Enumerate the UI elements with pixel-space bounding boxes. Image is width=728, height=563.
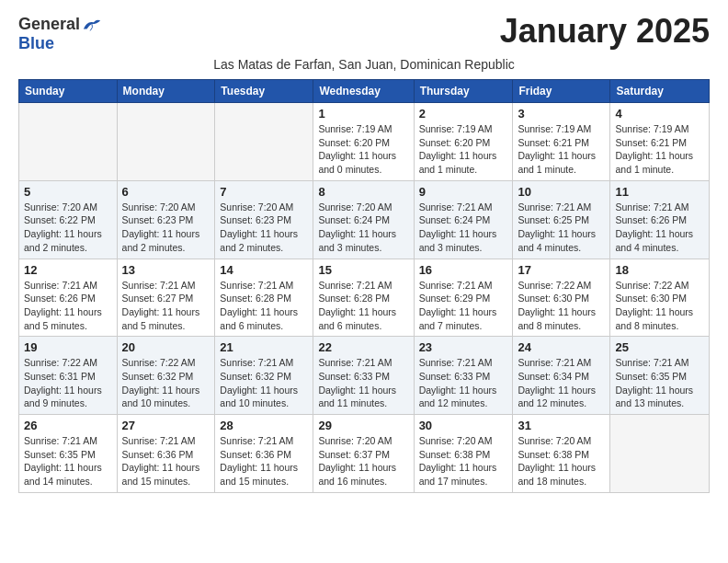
day-cell-2-0: 12Sunrise: 7:21 AM Sunset: 6:26 PM Dayli… <box>19 259 118 337</box>
day-number: 25 <box>615 340 704 354</box>
day-cell-4-3: 29Sunrise: 7:20 AM Sunset: 6:37 PM Dayli… <box>313 415 414 493</box>
day-cell-3-1: 20Sunrise: 7:22 AM Sunset: 6:32 PM Dayli… <box>117 337 215 415</box>
calendar-table: Sunday Monday Tuesday Wednesday Thursday… <box>18 79 710 493</box>
day-cell-0-1 <box>117 103 215 181</box>
day-number: 8 <box>318 185 408 199</box>
day-info: Sunrise: 7:21 AM Sunset: 6:26 PM Dayligh… <box>24 279 112 333</box>
day-number: 23 <box>419 340 508 354</box>
day-info: Sunrise: 7:20 AM Sunset: 6:38 PM Dayligh… <box>419 434 508 488</box>
day-info: Sunrise: 7:20 AM Sunset: 6:38 PM Dayligh… <box>518 434 605 488</box>
subtitle: Las Matas de Farfan, San Juan, Dominican… <box>18 57 710 72</box>
week-row-2: 5Sunrise: 7:20 AM Sunset: 6:22 PM Daylig… <box>19 180 710 259</box>
day-number: 17 <box>518 263 605 277</box>
day-cell-0-3: 1Sunrise: 7:19 AM Sunset: 6:20 PM Daylig… <box>313 103 414 181</box>
day-info: Sunrise: 7:21 AM Sunset: 6:33 PM Dayligh… <box>419 356 508 410</box>
header: General Blue January 2025 <box>18 15 710 53</box>
day-info: Sunrise: 7:21 AM Sunset: 6:33 PM Dayligh… <box>318 356 408 410</box>
day-info: Sunrise: 7:22 AM Sunset: 6:30 PM Dayligh… <box>615 279 704 333</box>
day-cell-0-5: 3Sunrise: 7:19 AM Sunset: 6:21 PM Daylig… <box>513 103 610 181</box>
day-info: Sunrise: 7:21 AM Sunset: 6:36 PM Dayligh… <box>122 434 210 488</box>
day-info: Sunrise: 7:21 AM Sunset: 6:35 PM Dayligh… <box>24 434 112 488</box>
day-cell-0-2 <box>215 103 313 181</box>
day-number: 10 <box>518 185 605 199</box>
day-cell-2-6: 18Sunrise: 7:22 AM Sunset: 6:30 PM Dayli… <box>610 259 710 337</box>
day-cell-3-3: 22Sunrise: 7:21 AM Sunset: 6:33 PM Dayli… <box>313 337 414 415</box>
day-info: Sunrise: 7:21 AM Sunset: 6:28 PM Dayligh… <box>318 279 408 333</box>
day-info: Sunrise: 7:21 AM Sunset: 6:32 PM Dayligh… <box>220 356 308 410</box>
day-number: 1 <box>318 107 408 121</box>
day-cell-3-0: 19Sunrise: 7:22 AM Sunset: 6:31 PM Dayli… <box>19 337 118 415</box>
day-number: 2 <box>419 107 508 121</box>
day-info: Sunrise: 7:21 AM Sunset: 6:25 PM Dayligh… <box>518 201 605 255</box>
day-info: Sunrise: 7:22 AM Sunset: 6:32 PM Dayligh… <box>122 356 210 410</box>
day-info: Sunrise: 7:21 AM Sunset: 6:34 PM Dayligh… <box>518 356 605 410</box>
day-number: 7 <box>220 185 308 199</box>
day-number: 22 <box>318 340 408 354</box>
day-info: Sunrise: 7:21 AM Sunset: 6:27 PM Dayligh… <box>122 279 210 333</box>
day-cell-3-2: 21Sunrise: 7:21 AM Sunset: 6:32 PM Dayli… <box>215 337 313 415</box>
day-cell-4-5: 31Sunrise: 7:20 AM Sunset: 6:38 PM Dayli… <box>513 415 610 493</box>
day-number: 14 <box>220 263 308 277</box>
day-cell-1-3: 8Sunrise: 7:20 AM Sunset: 6:24 PM Daylig… <box>313 180 414 259</box>
logo-bird-icon <box>82 17 102 33</box>
logo-general-text: General <box>18 15 80 34</box>
day-info: Sunrise: 7:21 AM Sunset: 6:29 PM Dayligh… <box>419 279 508 333</box>
day-cell-0-0 <box>19 103 118 181</box>
day-cell-4-0: 26Sunrise: 7:21 AM Sunset: 6:35 PM Dayli… <box>19 415 118 493</box>
day-number: 4 <box>615 107 704 121</box>
day-number: 29 <box>318 419 408 432</box>
day-number: 6 <box>122 185 210 199</box>
day-number: 27 <box>122 419 210 432</box>
day-info: Sunrise: 7:21 AM Sunset: 6:24 PM Dayligh… <box>419 201 508 255</box>
day-info: Sunrise: 7:19 AM Sunset: 6:21 PM Dayligh… <box>518 122 605 177</box>
day-number: 9 <box>419 185 508 199</box>
day-cell-2-3: 15Sunrise: 7:21 AM Sunset: 6:28 PM Dayli… <box>313 259 414 337</box>
day-info: Sunrise: 7:21 AM Sunset: 6:35 PM Dayligh… <box>615 356 704 410</box>
col-wednesday: Wednesday <box>313 80 414 103</box>
day-cell-1-1: 6Sunrise: 7:20 AM Sunset: 6:23 PM Daylig… <box>117 180 215 259</box>
week-row-4: 19Sunrise: 7:22 AM Sunset: 6:31 PM Dayli… <box>19 337 710 415</box>
day-number: 5 <box>24 185 112 199</box>
day-cell-1-0: 5Sunrise: 7:20 AM Sunset: 6:22 PM Daylig… <box>19 180 118 259</box>
day-number: 31 <box>518 419 605 432</box>
day-cell-0-6: 4Sunrise: 7:19 AM Sunset: 6:21 PM Daylig… <box>610 103 710 181</box>
day-cell-4-4: 30Sunrise: 7:20 AM Sunset: 6:38 PM Dayli… <box>414 415 513 493</box>
day-number: 28 <box>220 419 308 432</box>
day-cell-2-4: 16Sunrise: 7:21 AM Sunset: 6:29 PM Dayli… <box>414 259 513 337</box>
day-cell-3-5: 24Sunrise: 7:21 AM Sunset: 6:34 PM Dayli… <box>513 337 610 415</box>
day-info: Sunrise: 7:22 AM Sunset: 6:30 PM Dayligh… <box>518 279 605 333</box>
day-info: Sunrise: 7:21 AM Sunset: 6:36 PM Dayligh… <box>220 434 308 488</box>
col-saturday: Saturday <box>610 80 710 103</box>
logo-blue-text: Blue <box>18 34 54 53</box>
day-cell-3-4: 23Sunrise: 7:21 AM Sunset: 6:33 PM Dayli… <box>414 337 513 415</box>
day-number: 19 <box>24 340 112 354</box>
day-cell-1-4: 9Sunrise: 7:21 AM Sunset: 6:24 PM Daylig… <box>414 180 513 259</box>
day-cell-3-6: 25Sunrise: 7:21 AM Sunset: 6:35 PM Dayli… <box>610 337 710 415</box>
day-cell-4-1: 27Sunrise: 7:21 AM Sunset: 6:36 PM Dayli… <box>117 415 215 493</box>
col-sunday: Sunday <box>19 80 118 103</box>
day-info: Sunrise: 7:22 AM Sunset: 6:31 PM Dayligh… <box>24 356 112 410</box>
day-number: 11 <box>615 185 704 199</box>
week-row-3: 12Sunrise: 7:21 AM Sunset: 6:26 PM Dayli… <box>19 259 710 337</box>
day-info: Sunrise: 7:19 AM Sunset: 6:20 PM Dayligh… <box>419 122 508 177</box>
day-info: Sunrise: 7:20 AM Sunset: 6:37 PM Dayligh… <box>318 434 408 488</box>
col-thursday: Thursday <box>414 80 513 103</box>
day-cell-1-5: 10Sunrise: 7:21 AM Sunset: 6:25 PM Dayli… <box>513 180 610 259</box>
day-cell-0-4: 2Sunrise: 7:19 AM Sunset: 6:20 PM Daylig… <box>414 103 513 181</box>
col-friday: Friday <box>513 80 610 103</box>
day-info: Sunrise: 7:21 AM Sunset: 6:26 PM Dayligh… <box>615 201 704 255</box>
day-number: 18 <box>615 263 704 277</box>
day-info: Sunrise: 7:20 AM Sunset: 6:22 PM Dayligh… <box>24 201 112 255</box>
col-monday: Monday <box>117 80 215 103</box>
week-row-5: 26Sunrise: 7:21 AM Sunset: 6:35 PM Dayli… <box>19 415 710 493</box>
logo: General Blue <box>18 15 102 53</box>
day-info: Sunrise: 7:19 AM Sunset: 6:21 PM Dayligh… <box>615 122 704 177</box>
day-number: 24 <box>518 340 605 354</box>
week-row-1: 1Sunrise: 7:19 AM Sunset: 6:20 PM Daylig… <box>19 103 710 181</box>
day-cell-2-2: 14Sunrise: 7:21 AM Sunset: 6:28 PM Dayli… <box>215 259 313 337</box>
day-cell-4-6 <box>610 415 710 493</box>
page: General Blue January 2025 Las Matas de F… <box>0 0 728 508</box>
day-number: 3 <box>518 107 605 121</box>
col-tuesday: Tuesday <box>215 80 313 103</box>
day-info: Sunrise: 7:19 AM Sunset: 6:20 PM Dayligh… <box>318 122 408 177</box>
